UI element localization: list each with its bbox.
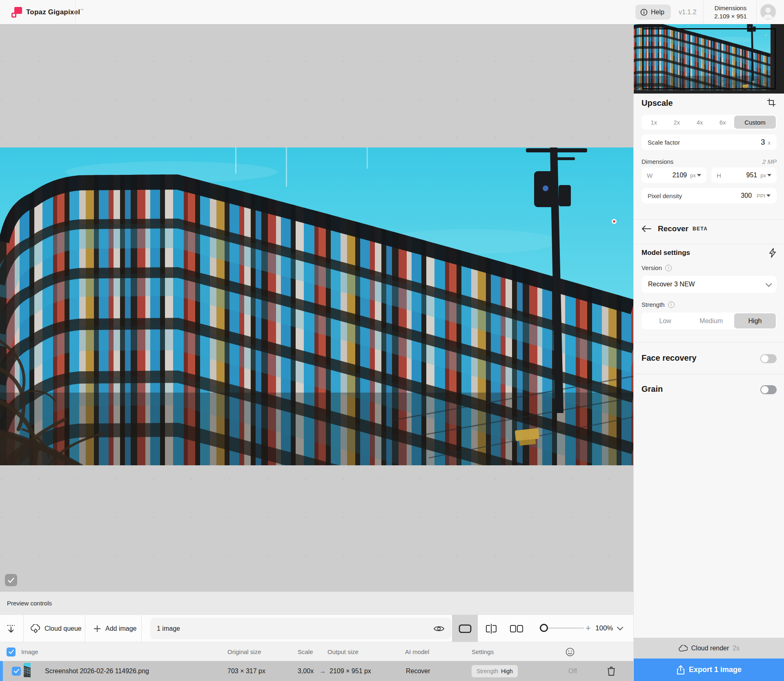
cloud-icon <box>679 645 688 652</box>
topbar-divider <box>75 0 76 24</box>
pixel-density-value[interactable]: 300 <box>741 192 752 199</box>
preview-canvas[interactable] <box>0 24 633 592</box>
dimensions-readout: Dimensions 2.109 × 951 <box>705 0 756 24</box>
split-view-icon <box>485 623 497 634</box>
preview-select-checkbox[interactable] <box>5 574 17 586</box>
cloud-render-time: 2s <box>733 645 739 652</box>
zoom-in-button[interactable]: + <box>586 614 591 642</box>
megapixels-value: 2 MP <box>762 158 777 165</box>
trademark: ™ <box>80 8 84 12</box>
help-label: Help <box>651 9 664 16</box>
view-mode-single-button[interactable] <box>452 615 478 642</box>
strength-info-icon[interactable]: i <box>668 301 675 308</box>
queue-table-header: Image Original size Scale Output size AI… <box>0 642 633 661</box>
cloud-queue-button[interactable]: Cloud queue <box>31 615 82 642</box>
grain-label: Grain <box>641 384 663 394</box>
single-view-icon <box>459 624 472 633</box>
zoom-level-dropdown[interactable]: 100% <box>595 614 621 642</box>
scale-factor-value[interactable]: 3 <box>761 138 765 147</box>
upscale-option-1x[interactable]: 1x <box>642 119 665 126</box>
row-scale[interactable]: 3,00x <box>298 661 314 681</box>
upscale-option-4x[interactable]: 4x <box>688 119 711 126</box>
row-settings[interactable]: Strength High <box>472 661 518 681</box>
topaz-logo-icon <box>11 7 22 18</box>
upscale-option-custom[interactable]: Custom <box>734 116 776 129</box>
header-original-size[interactable]: Original size <box>227 642 261 661</box>
face-recovery-label: Face recovery <box>641 353 697 363</box>
width-unit-dropdown[interactable]: px <box>690 172 701 179</box>
model-settings-label: Model settings <box>641 249 690 257</box>
checkmark-icon <box>9 650 14 654</box>
header-settings[interactable]: Settings <box>472 642 494 661</box>
version-info-icon[interactable]: i <box>665 265 672 271</box>
row-strength-value: High <box>501 668 513 674</box>
image-thumbnail[interactable] <box>634 24 784 94</box>
height-field[interactable]: H 951 px <box>711 167 777 183</box>
preview-image[interactable] <box>0 147 633 465</box>
caret-down-icon <box>697 174 701 176</box>
version-row: Version i <box>641 264 672 271</box>
crop-icon[interactable] <box>766 98 776 107</box>
export-button[interactable]: Export 1 image <box>634 659 784 681</box>
eye-icon[interactable] <box>433 625 445 633</box>
user-avatar[interactable] <box>760 4 776 20</box>
grain-toggle[interactable] <box>760 385 777 394</box>
view-mode-split-button[interactable] <box>485 615 497 642</box>
preview-controls-label: Preview controls <box>7 600 52 607</box>
pixel-density-field[interactable]: Pixel density 300 PPI <box>641 188 777 203</box>
header-ai-model[interactable]: AI model <box>405 642 429 661</box>
row-filename: Screenshot 2026-02-26 114926.png <box>45 661 149 681</box>
dimensions-value: 2.109 × 951 <box>714 13 747 20</box>
select-all-checkbox[interactable] <box>7 642 16 661</box>
cloud-render-status[interactable]: Cloud render 2s <box>634 638 784 659</box>
zoom-slider-knob[interactable] <box>540 624 548 632</box>
strength-option-low[interactable]: Low <box>642 317 688 325</box>
row-selected-accent <box>0 661 3 681</box>
width-field[interactable]: W 2109 px <box>641 167 706 183</box>
scale-factor-field[interactable]: Scale factor 3 x <box>641 134 777 150</box>
help-button[interactable]: Help <box>635 4 671 20</box>
strength-row: Strength i <box>641 301 675 308</box>
dimensions-section-label: Dimensions <box>641 158 673 165</box>
back-arrow-icon[interactable] <box>641 226 651 232</box>
header-scale[interactable]: Scale <box>298 642 313 661</box>
lightning-bolt-icon[interactable] <box>768 248 777 258</box>
width-value[interactable]: 2109 <box>673 172 687 179</box>
smiley-icon <box>565 642 575 661</box>
row-ai-model[interactable]: Recover <box>406 661 430 681</box>
crop-region-indicator[interactable] <box>642 28 776 89</box>
strength-option-medium[interactable]: Medium <box>688 317 735 325</box>
top-bar: Topaz Gigapixel™ Help v1.1.2 Dimensions … <box>0 0 784 24</box>
queue-table-row[interactable]: Screenshot 2026-02-26 114926.png 703 × 3… <box>0 661 633 681</box>
header-image[interactable]: Image <box>21 642 38 661</box>
export-icon <box>677 665 685 675</box>
filmstrip-area[interactable]: 1 image <box>150 618 451 639</box>
height-label: H <box>717 172 721 179</box>
model-version-dropdown[interactable]: Recover 3 NEW <box>641 276 777 293</box>
upscale-option-2x[interactable]: 2x <box>665 119 688 126</box>
row-checkbox[interactable] <box>12 661 21 681</box>
height-unit-dropdown[interactable]: px <box>760 172 771 179</box>
row-output-size: 2109 × 951 px <box>330 661 371 681</box>
row-original-size: 703 × 317 px <box>227 661 265 681</box>
scale-arrow: → <box>319 661 326 681</box>
checkmark-icon <box>8 578 14 583</box>
bottom-toolbar: Cloud queue Add image 1 image <box>0 614 633 642</box>
delete-row-button[interactable] <box>607 661 616 681</box>
width-label: W <box>647 172 653 179</box>
pixel-density-unit-dropdown[interactable]: PPI <box>757 193 771 199</box>
toolbar-divider <box>23 615 24 642</box>
dimensions-row: Dimensions 2 MP <box>641 158 777 165</box>
strength-option-high[interactable]: High <box>734 313 776 328</box>
upscale-option-6x[interactable]: 6x <box>711 119 734 126</box>
zoom-level-value: 100% <box>595 624 613 632</box>
recover-header: Recover BETA <box>641 224 708 233</box>
collapse-down-icon <box>6 623 16 634</box>
add-image-button[interactable]: Add image <box>93 615 137 642</box>
height-value[interactable]: 951 <box>746 172 757 179</box>
face-recovery-toggle[interactable] <box>760 354 777 363</box>
header-output-size[interactable]: Output size <box>327 642 359 661</box>
dock-panel-button[interactable] <box>6 615 16 642</box>
export-label: Export 1 image <box>689 665 742 674</box>
view-mode-side-by-side-button[interactable] <box>510 615 523 642</box>
